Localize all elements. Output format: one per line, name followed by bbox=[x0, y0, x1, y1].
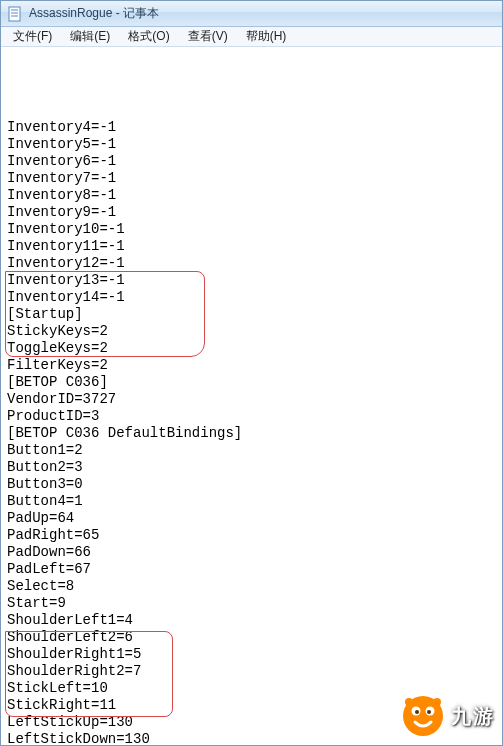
window-title: AssassinRogue - 记事本 bbox=[29, 5, 159, 22]
text-line: LeftStickDown=130 bbox=[7, 731, 496, 745]
text-line: ShoulderRight2=7 bbox=[7, 663, 496, 680]
text-line: Inventory12=-1 bbox=[7, 255, 496, 272]
text-line: ShoulderRight1=5 bbox=[7, 646, 496, 663]
notepad-window: AssassinRogue - 记事本 文件(F) 编辑(E) 格式(O) 查看… bbox=[0, 0, 503, 746]
text-line: Inventory10=-1 bbox=[7, 221, 496, 238]
text-line: ProductID=3 bbox=[7, 408, 496, 425]
text-line: StickyKeys=2 bbox=[7, 323, 496, 340]
text-line: [BETOP C036 DefaultBindings] bbox=[7, 425, 496, 442]
text-line: ToggleKeys=2 bbox=[7, 340, 496, 357]
text-line: Inventory7=-1 bbox=[7, 170, 496, 187]
text-line: Select=8 bbox=[7, 578, 496, 595]
text-line: Start=9 bbox=[7, 595, 496, 612]
menu-edit[interactable]: 编辑(E) bbox=[62, 26, 118, 47]
text-line: PadDown=66 bbox=[7, 544, 496, 561]
menu-view[interactable]: 查看(V) bbox=[180, 26, 236, 47]
text-line: ShoulderLeft2=6 bbox=[7, 629, 496, 646]
text-line: Inventory5=-1 bbox=[7, 136, 496, 153]
text-line: PadRight=65 bbox=[7, 527, 496, 544]
text-line: LeftStickUp=130 bbox=[7, 714, 496, 731]
text-line: Inventory4=-1 bbox=[7, 119, 496, 136]
notepad-icon bbox=[7, 6, 23, 22]
text-line: Button3=0 bbox=[7, 476, 496, 493]
text-line: [BETOP C036] bbox=[7, 374, 496, 391]
text-line: Button1=2 bbox=[7, 442, 496, 459]
text-line: Inventory6=-1 bbox=[7, 153, 496, 170]
text-line: Inventory14=-1 bbox=[7, 289, 496, 306]
text-line: PadUp=64 bbox=[7, 510, 496, 527]
text-line: FilterKeys=2 bbox=[7, 357, 496, 374]
text-line: [Startup] bbox=[7, 306, 496, 323]
text-line: Button4=1 bbox=[7, 493, 496, 510]
menu-help[interactable]: 帮助(H) bbox=[238, 26, 295, 47]
menu-format[interactable]: 格式(O) bbox=[120, 26, 177, 47]
text-line: ShoulderLeft1=4 bbox=[7, 612, 496, 629]
svg-rect-0 bbox=[9, 7, 20, 21]
titlebar[interactable]: AssassinRogue - 记事本 bbox=[1, 1, 502, 27]
text-line: Button2=3 bbox=[7, 459, 496, 476]
text-area[interactable]: Inventory4=-1Inventory5=-1Inventory6=-1I… bbox=[1, 47, 502, 745]
text-line: PadLeft=67 bbox=[7, 561, 496, 578]
text-line: Inventory9=-1 bbox=[7, 204, 496, 221]
menu-file[interactable]: 文件(F) bbox=[5, 26, 60, 47]
text-line: StickRight=11 bbox=[7, 697, 496, 714]
text-line: Inventory13=-1 bbox=[7, 272, 496, 289]
text-line: StickLeft=10 bbox=[7, 680, 496, 697]
text-line: Inventory8=-1 bbox=[7, 187, 496, 204]
menubar: 文件(F) 编辑(E) 格式(O) 查看(V) 帮助(H) bbox=[1, 27, 502, 47]
text-line: Inventory11=-1 bbox=[7, 238, 496, 255]
text-line: VendorID=3727 bbox=[7, 391, 496, 408]
